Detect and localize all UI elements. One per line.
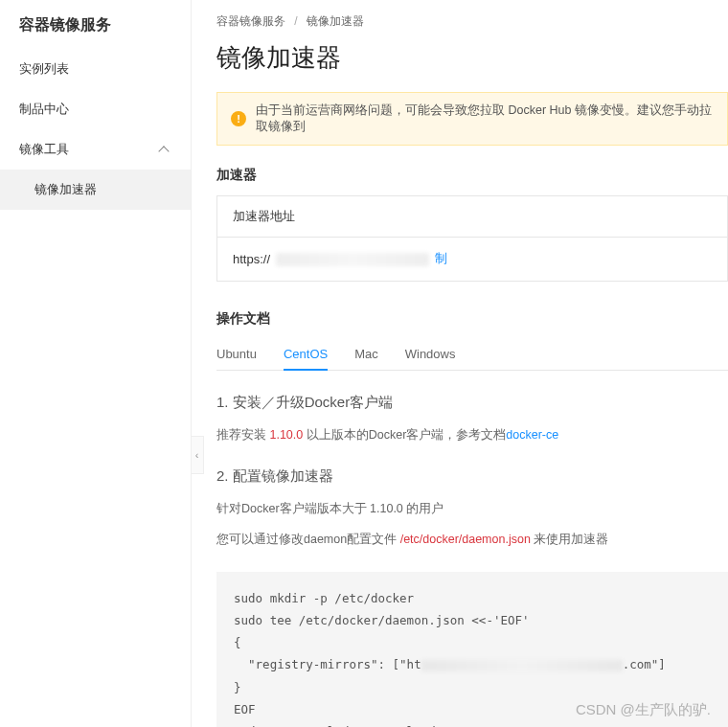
mirror-url-redacted [421,660,623,671]
tab-ubuntu[interactable]: Ubuntu [216,339,257,371]
tab-mac[interactable]: Mac [354,339,378,371]
step1-heading: 1. 安装／升级Docker客户端 [216,394,728,412]
accelerator-address-box: 加速器地址 https:// 制 [216,195,728,282]
sidebar-item-label: 实例列表 [19,60,69,78]
copy-button[interactable]: 制 [435,251,447,267]
address-redacted [276,253,429,266]
step2-line1: 针对Docker客户端版本大于 1.10.0 的用户 [216,499,728,518]
config-path: /etc/docker/daemon.json [400,533,531,546]
docs-section-label: 操作文档 [216,310,728,328]
chevron-up-icon [160,144,171,155]
page-title: 镜像加速器 [216,41,728,75]
step2-heading: 2. 配置镜像加速器 [216,467,728,486]
main-content: ‹ 容器镜像服务 / 镜像加速器 镜像加速器 ! 由于当前运营商网络问题，可能会… [192,0,728,727]
breadcrumb-current: 镜像加速器 [307,14,364,28]
chevron-left-icon: ‹ [195,449,199,461]
sidebar-collapse-handle[interactable]: ‹ [192,436,204,474]
step2-line2: 您可以通过修改daemon配置文件 /etc/docker/daemon.jso… [216,530,728,549]
sidebar-item-instances[interactable]: 实例列表 [0,49,191,89]
sidebar: 容器镜像服务 实例列表 制品中心 镜像工具 镜像加速器 [0,0,192,727]
breadcrumb-separator: / [294,14,297,28]
warning-icon: ! [231,111,246,126]
alert-banner: ! 由于当前运营商网络问题，可能会导致您拉取 Docker Hub 镜像变慢。建… [216,92,728,146]
sidebar-item-label: 制品中心 [19,101,69,118]
docs-tabs: Ubuntu CentOS Mac Windows [216,339,728,371]
sidebar-item-tools[interactable]: 镜像工具 [0,129,191,170]
sidebar-title: 容器镜像服务 [0,0,191,49]
sidebar-subitem-accelerator[interactable]: 镜像加速器 [0,170,191,210]
version-highlight: 1.10.0 [269,428,303,442]
sidebar-item-products[interactable]: 制品中心 [0,89,191,129]
address-header: 加速器地址 [217,196,727,238]
accelerator-section-label: 加速器 [216,167,728,184]
breadcrumb-parent[interactable]: 容器镜像服务 [216,14,285,28]
code-block[interactable]: sudo mkdir -p /etc/docker sudo tee /etc/… [216,572,728,727]
sidebar-item-label: 镜像加速器 [34,182,97,196]
docker-ce-link[interactable]: docker-ce [506,428,558,442]
alert-text: 由于当前运营商网络问题，可能会导致您拉取 Docker Hub 镜像变慢。建议您… [256,102,714,135]
step1-text: 推荐安装 1.10.0 以上版本的Docker客户端，参考文档docker-ce [216,425,728,444]
address-prefix: https:// [233,252,270,266]
tab-windows[interactable]: Windows [405,339,456,371]
tab-centos[interactable]: CentOS [284,339,328,371]
breadcrumb: 容器镜像服务 / 镜像加速器 [216,13,728,30]
address-value-row: https:// 制 [217,238,727,281]
sidebar-item-label: 镜像工具 [19,141,69,158]
